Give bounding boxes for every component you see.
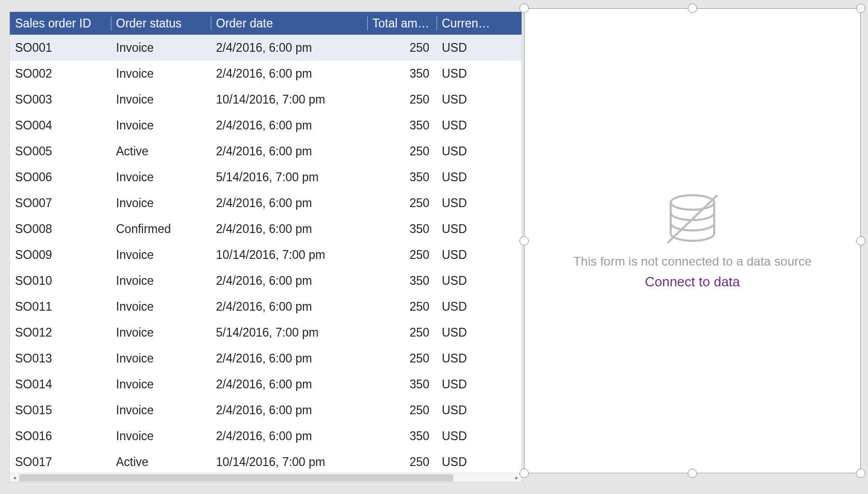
header-order-date[interactable]: Order date (211, 13, 367, 34)
cell-order-date: 10/14/2016, 7:00 pm (211, 248, 367, 262)
cell-currency: USD (437, 455, 499, 469)
cell-order-date: 2/4/2016, 6:00 pm (211, 144, 367, 158)
cell-total-amount: 350 (367, 170, 437, 184)
cell-order-status: Invoice (111, 41, 211, 55)
design-canvas: Sales order ID Order status Order date T… (0, 0, 868, 494)
cell-order-status: Invoice (111, 403, 211, 417)
cell-total-amount: 250 (367, 248, 437, 262)
table-row[interactable]: SO001Invoice2/4/2016, 6:00 pm250USD (10, 35, 522, 61)
cell-total-amount: 250 (367, 41, 437, 55)
cell-order-status: Invoice (111, 196, 211, 210)
cell-total-amount: 250 (367, 403, 437, 417)
table-row[interactable]: SO006Invoice5/14/2016, 7:00 pm350USD (10, 164, 522, 190)
cell-order-status: Active (111, 144, 211, 158)
table-row[interactable]: SO002Invoice2/4/2016, 6:00 pm350USD (10, 61, 522, 86)
horizontal-scrollbar[interactable]: ◂ ▸ (10, 473, 522, 482)
cell-order-status: Active (111, 455, 211, 469)
database-disconnected-icon (661, 192, 724, 249)
cell-sales-order-id: SO007 (10, 196, 111, 210)
header-currency[interactable]: Currency of T (437, 13, 499, 34)
table-row[interactable]: SO014Invoice2/4/2016, 6:00 pm350USD (10, 371, 522, 397)
table-row[interactable]: SO010Invoice2/4/2016, 6:00 pm350USD (10, 268, 522, 294)
table-row[interactable]: SO013Invoice2/4/2016, 6:00 pm250USD (10, 345, 522, 371)
cell-order-date: 2/4/2016, 6:00 pm (211, 352, 367, 366)
grid-header-row: Sales order ID Order status Order date T… (10, 12, 522, 35)
svg-line-1 (668, 195, 717, 243)
form-control[interactable]: This form is not connected to a data sou… (524, 8, 861, 473)
cell-total-amount: 250 (367, 144, 437, 158)
cell-sales-order-id: SO003 (10, 93, 111, 107)
cell-order-status: Invoice (111, 429, 211, 443)
grid-body[interactable]: SO001Invoice2/4/2016, 6:00 pm250USDSO002… (10, 35, 522, 473)
scroll-track[interactable] (19, 473, 512, 483)
table-row[interactable]: SO011Invoice2/4/2016, 6:00 pm250USD (10, 294, 522, 319)
cell-order-status: Invoice (111, 300, 211, 314)
scroll-thumb[interactable] (19, 474, 453, 482)
table-row[interactable]: SO015Invoice2/4/2016, 6:00 pm250USD (10, 397, 522, 423)
cell-currency: USD (437, 248, 499, 262)
table-row[interactable]: SO005Active2/4/2016, 6:00 pm250USD (10, 138, 522, 164)
form-empty-message: This form is not connected to a data sou… (573, 254, 812, 269)
table-row[interactable]: SO012Invoice5/14/2016, 7:00 pm250USD (10, 319, 522, 345)
table-row[interactable]: SO004Invoice2/4/2016, 6:00 pm350USD (10, 112, 522, 138)
cell-currency: USD (437, 403, 499, 417)
cell-sales-order-id: SO015 (10, 403, 111, 417)
cell-currency: USD (437, 274, 499, 288)
cell-currency: USD (437, 429, 499, 443)
cell-currency: USD (437, 222, 499, 236)
cell-order-date: 2/4/2016, 6:00 pm (211, 196, 367, 210)
resize-handle-w[interactable] (519, 236, 529, 245)
cell-total-amount: 350 (367, 222, 437, 236)
cell-total-amount: 250 (367, 93, 437, 107)
resize-handle-se[interactable] (856, 469, 865, 478)
sales-order-grid[interactable]: Sales order ID Order status Order date T… (9, 11, 522, 483)
cell-sales-order-id: SO013 (10, 352, 111, 366)
cell-order-date: 2/4/2016, 6:00 pm (211, 377, 367, 391)
cell-order-date: 2/4/2016, 6:00 pm (211, 429, 367, 443)
cell-sales-order-id: SO005 (10, 144, 111, 158)
resize-handle-n[interactable] (688, 4, 697, 13)
cell-order-date: 10/14/2016, 7:00 pm (211, 93, 367, 107)
table-row[interactable]: SO017Active10/14/2016, 7:00 pm250USD (10, 449, 522, 473)
resize-handle-sw[interactable] (519, 469, 529, 478)
cell-currency: USD (437, 41, 499, 55)
cell-order-status: Confirmed (111, 222, 211, 236)
cell-sales-order-id: SO016 (10, 429, 111, 443)
table-row[interactable]: SO008Confirmed2/4/2016, 6:00 pm350USD (10, 216, 522, 242)
resize-handle-nw[interactable] (519, 4, 529, 13)
scroll-left-icon[interactable]: ◂ (10, 473, 19, 483)
cell-order-status: Invoice (111, 93, 211, 107)
header-order-status[interactable]: Order status (111, 13, 211, 34)
table-row[interactable]: SO016Invoice2/4/2016, 6:00 pm350USD (10, 423, 522, 449)
table-row[interactable]: SO007Invoice2/4/2016, 6:00 pm250USD (10, 190, 522, 216)
cell-total-amount: 350 (367, 274, 437, 288)
cell-sales-order-id: SO011 (10, 300, 111, 314)
header-sales-order-id[interactable]: Sales order ID (10, 13, 111, 34)
cell-total-amount: 350 (367, 67, 437, 81)
cell-order-date: 5/14/2016, 7:00 pm (211, 326, 367, 340)
cell-sales-order-id: SO008 (10, 222, 111, 236)
cell-currency: USD (437, 352, 499, 366)
cell-currency: USD (437, 119, 499, 133)
connect-to-data-link[interactable]: Connect to data (645, 274, 740, 290)
resize-handle-e[interactable] (856, 236, 865, 245)
cell-order-date: 2/4/2016, 6:00 pm (211, 274, 367, 288)
cell-total-amount: 250 (367, 352, 437, 366)
table-row[interactable]: SO003Invoice10/14/2016, 7:00 pm250USD (10, 86, 522, 112)
resize-handle-ne[interactable] (856, 4, 865, 13)
cell-order-date: 2/4/2016, 6:00 pm (211, 41, 367, 55)
cell-sales-order-id: SO001 (10, 41, 111, 55)
cell-order-date: 10/14/2016, 7:00 pm (211, 455, 367, 469)
resize-handle-s[interactable] (688, 469, 697, 478)
cell-order-status: Invoice (111, 248, 211, 262)
cell-order-date: 2/4/2016, 6:00 pm (211, 119, 367, 133)
header-total-amount[interactable]: Total amo... (367, 13, 437, 34)
cell-order-date: 2/4/2016, 6:00 pm (211, 67, 367, 81)
table-row[interactable]: SO009Invoice10/14/2016, 7:00 pm250USD (10, 242, 522, 268)
cell-currency: USD (437, 67, 499, 81)
cell-order-status: Invoice (111, 377, 211, 391)
cell-currency: USD (437, 196, 499, 210)
cell-total-amount: 250 (367, 196, 437, 210)
cell-order-status: Invoice (111, 170, 211, 184)
cell-total-amount: 250 (367, 300, 437, 314)
